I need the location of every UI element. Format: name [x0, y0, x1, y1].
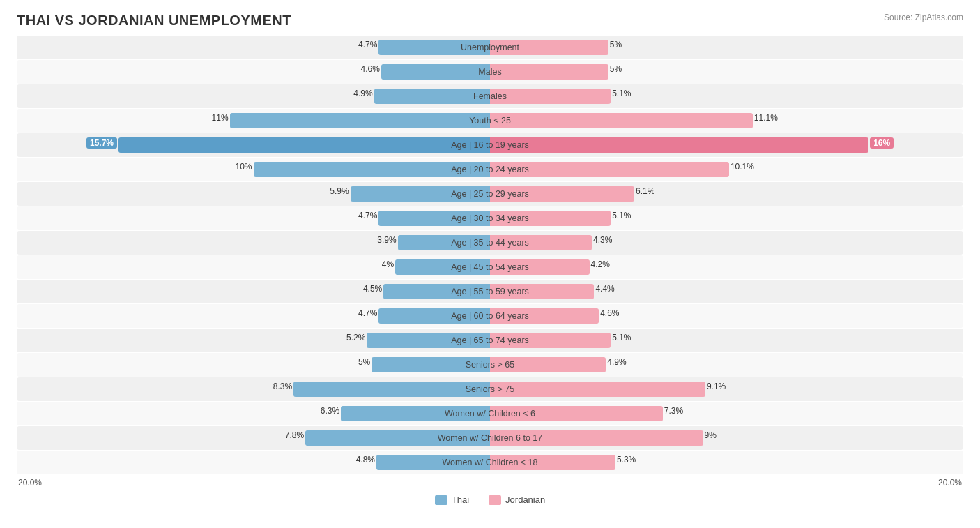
val-right: 4.2%: [591, 259, 610, 269]
bar-row: 8.3% Seniors > 75 9.1%: [17, 377, 963, 401]
bar-left: 5.9%: [351, 186, 490, 202]
bar-left: 6.3%: [341, 406, 490, 421]
val-left: 7.8%: [285, 430, 304, 440]
bar-row: 7.8% Women w/ Children 6 to 17 9%: [17, 426, 963, 450]
bar-right: 5.3%: [490, 455, 615, 470]
axis-right: 20.0%: [490, 478, 963, 488]
val-left: 6.3%: [321, 406, 339, 416]
val-left: 4.7%: [358, 211, 377, 220]
bar-right: 5.1%: [490, 211, 611, 226]
bar-left: 4.7%: [378, 308, 490, 324]
left-section: 4.7%: [17, 306, 490, 326]
val-left: 10%: [235, 162, 252, 172]
left-section: 4.5%: [17, 282, 490, 301]
right-section: 4.6%: [490, 306, 963, 326]
left-section: 5%: [17, 355, 490, 375]
chart-container: THAI VS JORDANIAN UNEMPLOYMENT Source: Z…: [0, 0, 980, 518]
legend-thai: Thai: [435, 495, 469, 505]
chart-source: Source: ZipAtlas.com: [884, 13, 963, 22]
chart-body: 4.7% Unemployment 5% 4.6% Males 5% 4.9% …: [17, 36, 963, 474]
right-section: 5.1%: [490, 331, 963, 350]
axis-row: 20.0% 20.0%: [17, 475, 963, 492]
bar-left: 8.3%: [293, 382, 490, 397]
right-section: 5.1%: [490, 86, 963, 106]
left-section: 11%: [17, 111, 490, 130]
bar-right: 9.1%: [490, 382, 705, 397]
bar-row: 4.6% Males 5%: [17, 60, 963, 84]
val-left: 4.6%: [360, 64, 379, 74]
left-section: 4%: [17, 257, 490, 277]
right-section: 16%: [490, 135, 963, 155]
right-section: 9.1%: [490, 379, 963, 399]
val-left: 4.8%: [356, 455, 375, 465]
val-right: 4.3%: [593, 235, 612, 245]
bar-right: 7.3%: [490, 406, 663, 421]
bar-row: 10% Age | 20 to 24 years 10.1%: [17, 158, 963, 181]
val-left: 11%: [212, 113, 229, 123]
bar-row: 4% Age | 45 to 54 years 4.2%: [17, 255, 963, 279]
right-section: 6.1%: [490, 184, 963, 204]
bar-row: 4.7% Age | 30 to 34 years 5.1%: [17, 206, 963, 230]
right-section: 9%: [490, 428, 963, 448]
val-right: 5.1%: [612, 211, 631, 220]
bar-left: 15.7%: [118, 137, 490, 153]
bar-row: 6.3% Women w/ Children < 6 7.3%: [17, 402, 963, 425]
bar-right: 4.3%: [490, 235, 592, 250]
left-section: 3.9%: [17, 233, 490, 252]
bar-right: 9%: [490, 430, 703, 446]
bar-right: 6.1%: [490, 186, 634, 202]
left-section: 4.7%: [17, 209, 490, 228]
left-section: 6.3%: [17, 404, 490, 423]
bar-right: 4.6%: [490, 308, 599, 324]
val-right: 4.4%: [595, 284, 614, 294]
left-section: 8.3%: [17, 379, 490, 399]
bar-left: 4.6%: [381, 64, 490, 80]
left-section: 4.9%: [17, 86, 490, 106]
val-left: 4.5%: [363, 284, 382, 294]
bar-right: 4.9%: [490, 357, 606, 372]
bar-row: 4.7% Age | 60 to 64 years 4.6%: [17, 304, 963, 328]
val-right: 7.3%: [664, 406, 683, 416]
right-section: 5%: [490, 38, 963, 57]
right-section: 4.2%: [490, 257, 963, 277]
bar-row: 4.9% Females 5.1%: [17, 84, 963, 108]
legend: Thai Jordanian: [17, 495, 963, 505]
bar-left: 4.8%: [376, 455, 490, 470]
chart-title: THAI VS JORDANIAN UNEMPLOYMENT: [17, 13, 291, 29]
bar-right: 5%: [490, 40, 608, 55]
val-left: 4.7%: [358, 40, 377, 50]
val-right: 4.9%: [607, 357, 626, 367]
val-right: 4.6%: [600, 308, 619, 318]
val-left: 3.9%: [377, 235, 396, 245]
right-section: 4.3%: [490, 233, 963, 252]
right-section: 7.3%: [490, 404, 963, 423]
val-right: 16%: [870, 137, 894, 149]
bar-row: 4.8% Women w/ Children < 18 5.3%: [17, 451, 963, 474]
val-right: 9%: [705, 430, 717, 440]
bar-row: 11% Youth < 25 11.1%: [17, 109, 963, 133]
val-left: 8.3%: [273, 382, 292, 391]
chart-header: THAI VS JORDANIAN UNEMPLOYMENT Source: Z…: [17, 13, 963, 29]
val-right: 5.3%: [617, 455, 636, 465]
bar-right: 5.1%: [490, 89, 611, 104]
bar-right: 4.4%: [490, 284, 594, 299]
axis-left: 20.0%: [17, 478, 490, 488]
left-section: 10%: [17, 160, 490, 179]
bar-row: 5.9% Age | 25 to 29 years 6.1%: [17, 182, 963, 206]
left-section: 5.9%: [17, 184, 490, 204]
bar-row: 3.9% Age | 35 to 44 years 4.3%: [17, 231, 963, 255]
val-left: 5%: [358, 357, 370, 367]
bar-left: 10%: [254, 162, 491, 177]
right-section: 4.9%: [490, 355, 963, 375]
left-section: 15.7%: [17, 135, 490, 155]
bar-left: 5%: [372, 357, 490, 372]
bar-right: 10.1%: [490, 162, 729, 177]
val-left: 4.9%: [353, 89, 372, 98]
bar-left: 7.8%: [305, 430, 490, 446]
left-section: 4.7%: [17, 38, 490, 57]
val-right: 5%: [610, 64, 622, 74]
jordanian-swatch: [489, 495, 501, 505]
bar-row: 4.7% Unemployment 5%: [17, 36, 963, 59]
bar-right: 4.2%: [490, 259, 590, 275]
bar-left: 4%: [395, 259, 490, 275]
